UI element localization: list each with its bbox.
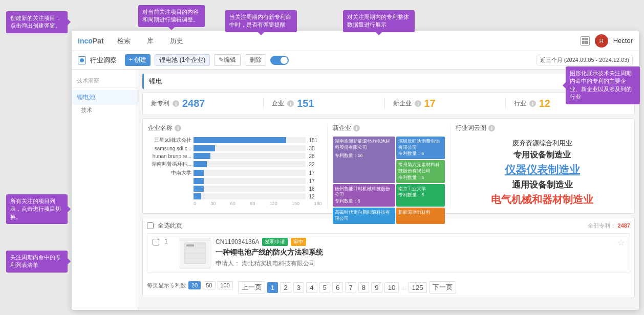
bar-container-3 <box>194 161 306 167</box>
patent-info-0: CN119034136A 发明申请 审中 一种锂电池产线的防火方法和系统 申请人… <box>216 238 612 268</box>
sidebar-item-tech[interactable]: 技术 <box>72 105 138 116</box>
per-page-50[interactable]: 50 <box>203 281 215 289</box>
bar-fill-2 <box>194 153 210 159</box>
industry-cloud-panel: 行业词云图 ℹ 废弃资源综合利用业 专用设备制造业 仪器仪表制造业 <box>456 124 630 208</box>
page-btn-2[interactable]: 2 <box>280 282 291 293</box>
stat-info-icon-3[interactable]: ℹ <box>529 100 536 107</box>
bar-label-2: hunan brunp re... <box>148 153 191 159</box>
alert-toggle[interactable] <box>270 56 289 65</box>
stat-value-1: 151 <box>297 98 314 109</box>
patent-star-0[interactable]: ☆ <box>617 238 625 268</box>
tag-lithium[interactable]: 锂电池 (1个企业) <box>155 54 210 66</box>
page-btn-9[interactable]: 9 <box>371 282 382 293</box>
per-page-section: 每页显示专利数 20 50 100 <box>147 281 233 289</box>
word-1: 专用设备制造业 <box>456 150 630 161</box>
treemap-cell-6[interactable]: 新能源动力材料 <box>396 208 444 223</box>
page-btn-7[interactable]: 7 <box>345 282 356 293</box>
next-page-btn[interactable]: 下一页 <box>429 281 456 294</box>
bar-fill-1 <box>194 145 215 151</box>
bar-fill-5 <box>194 178 204 184</box>
tooltip-alert: 当关注周期内有新专利命中时，是否有弹窗提醒 <box>225 10 297 32</box>
stat-new-company: 新企业 ℹ 17 <box>385 98 506 109</box>
treemap-cell-5[interactable]: 高磁时代定向新能源科技有限公司 <box>333 208 396 223</box>
bar-num-5: 17 <box>309 178 322 184</box>
nav-search[interactable]: 检索 <box>114 34 134 48</box>
word-cloud: 废弃资源综合利用业 专用设备制造业 仪器仪表制造业 通用设备制造业 电气机械和器 <box>456 137 630 208</box>
company-chart-panel: 企业名称 ℹ 三星sdi株式会社 151 samsung sdi c... <box>148 124 328 208</box>
nav-library[interactable]: 库 <box>144 34 157 48</box>
username: Hector <box>613 37 633 44</box>
tooltip-stats: 对关注周期内的专利整体数据量进行展示 <box>343 10 415 32</box>
patent-badge-type-0: 发明申请 <box>262 238 288 246</box>
new-companies-title: 新企业 ℹ <box>333 124 445 132</box>
stat-company: 企业 ℹ 151 <box>264 98 384 109</box>
bar-row-4: 中南大学 17 <box>148 169 322 176</box>
sidebar-section: 技术洞察 <box>72 74 138 88</box>
bar-num-0: 151 <box>309 138 322 143</box>
page-btn-5[interactable]: 5 <box>319 282 330 293</box>
patent-title-0[interactable]: 一种锂电池产线的防火方法和系统 <box>216 248 612 257</box>
bar-container-5 <box>194 178 306 184</box>
bar-row-5: 17 <box>148 178 322 184</box>
bar-row-2: hunan brunp re... 28 <box>148 153 322 159</box>
bar-num-7: 12 <box>309 194 322 199</box>
pagination-bar: 每页显示专利数 20 50 100 上一页 1 2 3 4 5 6 7 <box>147 277 630 294</box>
new-companies-info-icon[interactable]: ℹ <box>353 125 360 131</box>
bar-fill-4 <box>194 170 204 176</box>
bar-num-3: 22 <box>309 162 322 167</box>
stat-label-3: 行业 <box>514 99 526 108</box>
bar-num-4: 17 <box>309 170 322 176</box>
page-btn-1[interactable]: 1 <box>267 282 278 293</box>
bar-fill-6 <box>194 186 204 192</box>
page-btn-10[interactable]: 10 <box>384 282 399 293</box>
bar-container-1 <box>194 145 306 151</box>
patent-item-0: 1 CN119034136A 发明申请 <box>147 233 630 273</box>
page-btn-3[interactable]: 3 <box>293 282 304 293</box>
treemap-cell-2[interactable]: 常州第六元素材料科技股份有限公司 专利数量：5 <box>396 160 444 183</box>
company-chart-info-icon[interactable]: ℹ <box>175 125 181 131</box>
list-total: 全部专利： 2487 <box>588 222 630 230</box>
per-page-100[interactable]: 100 <box>218 281 233 289</box>
treemap-cell-1[interactable]: 深圳欣旺达消费电池有限公司 专利数量：6 <box>396 137 444 159</box>
date-range[interactable]: 近三个月 (2024.09.05 - 2024.12.03) <box>536 55 633 65</box>
page-btn-4[interactable]: 4 <box>306 282 317 293</box>
subnav-title: 行业洞察 <box>90 56 117 65</box>
page-btn-6[interactable]: 6 <box>332 282 343 293</box>
prev-page-btn[interactable]: 上一页 <box>238 281 265 294</box>
patent-thumbnail-0 <box>180 238 210 268</box>
bar-row-6: 16 <box>148 186 322 192</box>
industry-cloud-title: 行业词云图 ℹ <box>456 124 630 132</box>
bar-container-0 <box>194 137 306 143</box>
stat-info-icon-1[interactable]: ℹ <box>287 100 294 107</box>
bar-fill-3 <box>194 161 207 167</box>
edit-button[interactable]: ✎编辑 <box>214 54 241 66</box>
page-btn-8[interactable]: 8 <box>358 282 369 293</box>
delete-button[interactable]: 删除 <box>245 54 266 66</box>
company-chart-title: 企业名称 ℹ <box>148 124 322 132</box>
sidebar-item-lithium[interactable]: 锂电池 <box>72 90 138 105</box>
tooltip-edit: 对当前关注项目的内容和周期进行编辑调整。 <box>138 5 205 27</box>
top-nav: incoPat 检索 库 历史 H Hector <box>72 31 639 51</box>
per-page-20[interactable]: 20 <box>188 281 201 289</box>
stat-info-icon-2[interactable]: ℹ <box>415 100 421 107</box>
stats-row: 新专利 ℹ 2487 企业 ℹ 151 新企业 ℹ 17 行业 ℹ 12 <box>142 92 635 115</box>
stat-info-icon-0[interactable]: ℹ <box>173 100 179 107</box>
treemap-cell-0[interactable]: 湖南株洲新能源动力电池材料股份有限公司 专利数量：16 <box>333 137 396 183</box>
bar-container-7 <box>194 193 306 199</box>
bar-container-4 <box>194 170 306 176</box>
page-btn-last[interactable]: 125 <box>409 282 427 293</box>
treemap-cell-3[interactable]: 德州鲁能计时机械科技股份公司 专利数量：6 <box>333 184 396 207</box>
new-companies-panel: 新企业 ℹ 湖南株洲新能源动力电池材料股份有限公司 专利数量：16 深圳欣旺达消… <box>333 124 450 208</box>
bar-chart: 三星sdi株式会社 151 samsung sdi c... 35 <box>148 137 322 206</box>
nav-grid-icon[interactable] <box>581 36 590 46</box>
nav-history[interactable]: 历史 <box>167 34 186 48</box>
stat-label-1: 企业 <box>272 99 284 108</box>
bar-fill-7 <box>194 193 201 199</box>
patent-num-0: 1 <box>164 238 175 268</box>
industry-cloud-info-icon[interactable]: ℹ <box>488 125 495 131</box>
patent-checkbox-0[interactable] <box>153 239 159 245</box>
select-all-label: 全选此页 <box>158 221 182 230</box>
create-button[interactable]: + 创建 <box>125 54 151 66</box>
treemap-cell-4[interactable]: 南京工业大学 专利数量：5 <box>396 184 444 207</box>
select-all-checkbox[interactable] <box>147 222 154 229</box>
